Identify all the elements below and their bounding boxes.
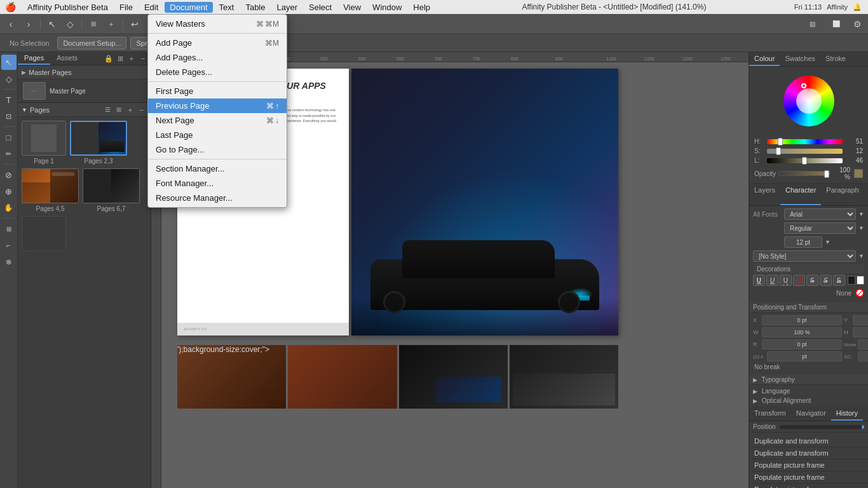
menu-last-page[interactable]: Last Page	[148, 128, 287, 142]
shortcut-cmd-icon: ⌘	[256, 20, 264, 29]
menubar-item-edit[interactable]: Edit	[139, 2, 163, 13]
menu-delete-pages-label: Delete Pages...	[156, 67, 212, 77]
document-title: Affinity Publisher Beta - <Untitled> [Mo…	[435, 3, 793, 11]
menubar-item-window[interactable]: Window	[367, 2, 407, 13]
menu-last-page-label: Last Page	[156, 130, 193, 140]
menu-resource-label: Resource Manager...	[156, 193, 233, 203]
menu-section-label: Section Manager...	[156, 164, 224, 173]
menubar-item-view[interactable]: View	[338, 2, 366, 13]
down-arrow: ↓	[275, 116, 279, 125]
menu-next-page-label: Next Page	[156, 116, 194, 125]
menu-add-page[interactable]: Add Page ⌘M	[148, 36, 287, 50]
menu-previous-page[interactable]: Previous Page ⌘ ↑	[148, 98, 287, 113]
menubar-item-text[interactable]: Text	[214, 2, 240, 13]
menu-delete-pages[interactable]: Delete Pages...	[148, 65, 287, 79]
app-name-display: Affinity	[827, 3, 848, 11]
menubar-right: Fri 11:13 Affinity 🔔	[793, 3, 863, 11]
menu-view-masters[interactable]: View Masters ⌘ ⌘M	[148, 17, 287, 31]
menu-first-page-label: First Page	[156, 86, 193, 96]
menubar: 🍎 Affinity Publisher Beta File Edit Docu…	[0, 0, 868, 14]
notification-icon: 🔔	[853, 3, 862, 11]
menu-sep-1	[148, 33, 287, 34]
menu-first-page[interactable]: First Page	[148, 84, 287, 98]
menu-resource-manager[interactable]: Resource Manager...	[148, 191, 287, 205]
menubar-item-document[interactable]: Document	[165, 2, 212, 13]
menu-font-manager[interactable]: Font Manager...	[148, 176, 287, 191]
clock-display: Fri 11:13	[794, 3, 822, 11]
menubar-item-affinity[interactable]: Affinity Publisher Beta	[22, 2, 113, 13]
menu-previous-shortcut: ⌘ ↑	[266, 102, 279, 111]
menu-previous-page-label: Previous Page	[156, 101, 210, 111]
menu-go-to-page-label: Go to Page...	[156, 145, 205, 154]
menu-next-page[interactable]: Next Page ⌘ ↓	[148, 113, 287, 128]
cmd-sym-2: ⌘	[266, 116, 274, 125]
menu-view-masters-shortcut: ⌘ ⌘M	[256, 20, 279, 29]
menu-view-masters-label: View Masters	[156, 19, 205, 29]
document-dropdown-menu: View Masters ⌘ ⌘M Add Page ⌘M Add Pages.…	[147, 14, 287, 208]
menubar-item-select[interactable]: Select	[304, 2, 337, 13]
shortcut-m: ⌘M	[265, 20, 279, 29]
menubar-left: 🍎 Affinity Publisher Beta File Edit Docu…	[5, 2, 435, 13]
menu-sep-2	[148, 81, 287, 82]
menubar-item-layer[interactable]: Layer	[271, 2, 302, 13]
menu-go-to-page[interactable]: Go to Page...	[148, 142, 287, 157]
menu-add-pages[interactable]: Add Pages...	[148, 50, 287, 65]
menubar-item-table[interactable]: Table	[240, 2, 270, 13]
menu-font-label: Font Manager...	[156, 179, 214, 188]
menubar-item-file[interactable]: File	[114, 2, 138, 13]
dropdown-overlay[interactable]	[0, 0, 868, 488]
up-arrow: ↑	[275, 102, 279, 111]
menu-add-pages-label: Add Pages...	[156, 53, 203, 62]
menubar-item-help[interactable]: Help	[408, 2, 435, 13]
menu-section-manager[interactable]: Section Manager...	[148, 161, 287, 176]
cmd-sym: ⌘	[266, 102, 274, 111]
menu-add-page-shortcut: ⌘M	[265, 39, 279, 48]
apple-logo-icon[interactable]: 🍎	[5, 2, 16, 12]
menu-sep-3	[148, 159, 287, 159]
menu-next-shortcut: ⌘ ↓	[266, 116, 279, 125]
menu-add-page-label: Add Page	[156, 38, 192, 48]
